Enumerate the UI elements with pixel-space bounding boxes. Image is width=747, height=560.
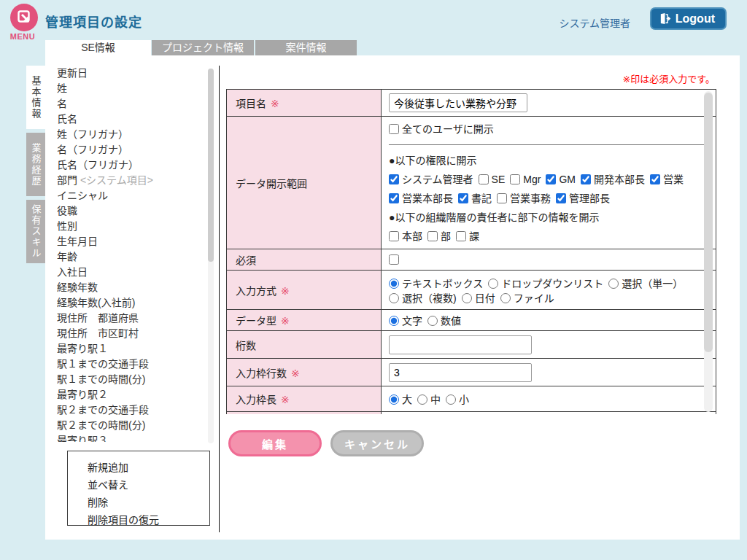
org-level-option[interactable]: 本部 <box>389 230 422 242</box>
action-add-new[interactable]: 新規追加 <box>88 459 209 476</box>
tab-case-info[interactable]: 案件情報 <box>255 40 357 55</box>
permission-checkbox[interactable] <box>497 193 507 203</box>
sidebar-item[interactable]: 役職 <box>57 203 204 219</box>
menu-logo-icon[interactable] <box>10 4 38 31</box>
permission-checkbox[interactable] <box>581 174 591 184</box>
side-tab-skills[interactable]: 保有スキル <box>26 200 45 263</box>
sidebar-item[interactable]: 姓（フリガナ） <box>57 127 204 142</box>
sidebar-item-label: 最寄り駅３ <box>57 435 108 442</box>
input-method-radio[interactable] <box>462 293 472 303</box>
sidebar-item[interactable]: 経験年数 <box>57 280 204 295</box>
sidebar-item[interactable]: 氏名 <box>57 112 204 127</box>
input-method-option[interactable]: ドロップダウンリスト <box>488 278 603 289</box>
sidebar-item[interactable]: イニシャル <box>57 188 204 203</box>
all-users-option[interactable]: 全てのユーザに開示 <box>389 123 494 135</box>
box-length-radio[interactable] <box>389 394 399 405</box>
input-method-option[interactable]: テキストボックス <box>389 278 483 289</box>
menu-label[interactable]: MENU <box>0 32 45 41</box>
permission-option[interactable]: 営業本部長 <box>389 192 453 204</box>
permission-option[interactable]: 書記 <box>458 192 492 204</box>
sidebar-item[interactable]: 年齢 <box>57 249 204 265</box>
input-method-radio[interactable] <box>500 293 511 303</box>
cancel-button[interactable]: キャンセル <box>330 430 424 456</box>
sidebar-item[interactable]: 姓 <box>57 81 204 96</box>
box-length-option[interactable]: 小 <box>446 394 469 405</box>
action-reorder[interactable]: 並べ替え <box>88 476 209 494</box>
sidebar-item[interactable]: 駅１までの時間(分) <box>57 372 204 387</box>
permission-option[interactable]: 管理部長 <box>556 192 610 204</box>
permission-option[interactable]: 開発本部長 <box>581 174 645 185</box>
input-method-radio[interactable] <box>389 279 399 289</box>
sidebar-item[interactable]: 駅２までの交通手段 <box>57 402 204 418</box>
sidebar-item[interactable]: 更新日 <box>57 66 204 81</box>
data-type-radio[interactable] <box>427 316 438 326</box>
sidebar-item[interactable]: 部門 <システム項目> <box>57 173 204 188</box>
sidebar-item[interactable]: 生年月日 <box>57 234 204 249</box>
permission-option[interactable]: SE <box>479 174 506 185</box>
org-level-checkbox[interactable] <box>456 231 466 241</box>
data-type-option[interactable]: 数値 <box>427 315 461 327</box>
sidebar-item[interactable]: 現住所 市区町村 <box>57 326 204 341</box>
form-scrollbar-thumb[interactable] <box>704 93 713 352</box>
action-delete[interactable]: 削除 <box>88 494 209 511</box>
permission-checkbox[interactable] <box>556 193 566 203</box>
side-tab-basic-info[interactable]: 基本情報 <box>26 66 45 129</box>
sidebar-scrollbar[interactable] <box>208 69 214 443</box>
permission-option[interactable]: Mgr <box>510 174 541 185</box>
box-length-radio[interactable] <box>446 394 456 405</box>
sidebar-item[interactable]: 最寄り駅１ <box>57 341 204 357</box>
input-method-radio[interactable] <box>488 279 498 289</box>
sidebar-item[interactable]: 最寄り駅３ <box>57 433 204 442</box>
permission-option[interactable]: システム管理者 <box>389 174 473 185</box>
sidebar-item[interactable]: 駅１までの交通手段 <box>57 357 204 372</box>
sidebar-item[interactable]: 最寄り駅２ <box>57 387 204 402</box>
required-checkbox[interactable] <box>389 254 399 265</box>
sidebar-item[interactable]: 入社日 <box>57 265 204 280</box>
permission-option[interactable]: 営業事務 <box>497 192 551 204</box>
org-level-checkbox[interactable] <box>427 231 438 241</box>
sidebar-item[interactable]: 氏名（フリガナ） <box>57 158 204 173</box>
tab-se-info[interactable]: SE情報 <box>45 40 151 55</box>
form-scrollbar[interactable] <box>704 91 713 412</box>
edit-button[interactable]: 編集 <box>228 430 322 456</box>
input-method-option[interactable]: ファイル <box>500 292 554 304</box>
permission-option[interactable]: 営業 <box>650 174 684 185</box>
data-type-option[interactable]: 文字 <box>389 315 422 327</box>
all-users-checkbox[interactable] <box>389 124 399 134</box>
input-method-radio[interactable] <box>389 293 399 303</box>
sidebar-item[interactable]: 性別 <box>57 219 204 234</box>
box-length-option[interactable]: 中 <box>417 394 441 405</box>
permission-checkbox[interactable] <box>510 174 520 184</box>
input-method-option[interactable]: 日付 <box>462 292 495 304</box>
rows-count-input[interactable] <box>389 363 532 382</box>
data-type-radio[interactable] <box>389 316 399 326</box>
permission-checkbox[interactable] <box>479 174 489 184</box>
permission-checkbox[interactable] <box>458 193 468 203</box>
item-name-input[interactable] <box>389 93 527 112</box>
permission-checkbox[interactable] <box>546 174 556 184</box>
sidebar-item[interactable]: 名（フリガナ） <box>57 142 204 158</box>
action-restore-deleted[interactable]: 削除項目の復元 <box>88 511 209 529</box>
input-method-option[interactable]: 選択（単一） <box>608 278 683 289</box>
sidebar-item-label: 駅１までの時間(分) <box>57 373 145 385</box>
permission-checkbox[interactable] <box>389 193 399 203</box>
box-length-option[interactable]: 大 <box>389 394 412 405</box>
org-level-checkbox[interactable] <box>389 231 399 241</box>
sidebar-item[interactable]: 経験年数(入社前) <box>57 295 204 311</box>
sidebar-scrollbar-thumb[interactable] <box>208 69 214 262</box>
org-level-option[interactable]: 部 <box>427 230 451 242</box>
digits-input[interactable] <box>389 335 532 354</box>
logout-button[interactable]: Logout <box>650 7 727 30</box>
permission-checkbox[interactable] <box>389 174 399 184</box>
input-method-option[interactable]: 選択（複数) <box>389 292 457 304</box>
sidebar-item[interactable]: 駅２までの時間(分) <box>57 418 204 433</box>
permission-checkbox[interactable] <box>650 174 660 184</box>
side-tab-work-history[interactable]: 業務経歴 <box>26 133 45 196</box>
sidebar-item[interactable]: 名 <box>57 96 204 112</box>
org-level-option[interactable]: 課 <box>456 230 479 242</box>
input-method-radio[interactable] <box>608 279 619 289</box>
permission-option[interactable]: GM <box>546 174 576 185</box>
box-length-radio[interactable] <box>417 394 427 405</box>
tab-project-info[interactable]: プロジェクト情報 <box>152 40 254 55</box>
sidebar-item[interactable]: 現住所 都道府県 <box>57 311 204 326</box>
